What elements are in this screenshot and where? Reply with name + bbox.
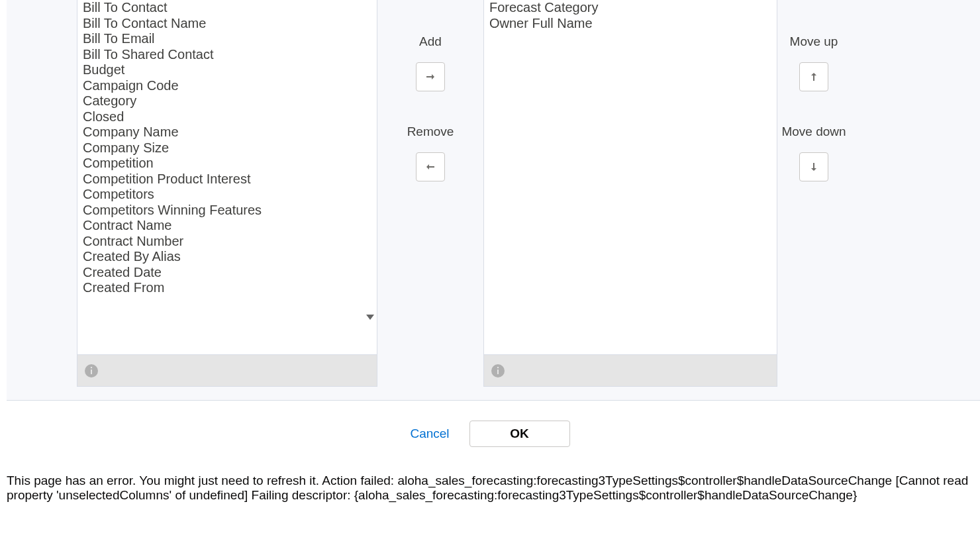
ok-button[interactable]: OK — [469, 421, 570, 447]
list-item[interactable]: Competitors — [83, 187, 371, 203]
cancel-button[interactable]: Cancel — [410, 426, 449, 441]
remove-label: Remove — [407, 125, 454, 139]
list-item[interactable]: Bill To Email — [83, 31, 371, 47]
arrow-down-icon — [809, 162, 818, 172]
list-item[interactable]: Bill To Contact — [83, 0, 371, 16]
arrow-right-icon — [426, 72, 435, 81]
list-item[interactable]: Bill To Contact Name — [83, 16, 371, 32]
selected-fields-panel: Forecast CategoryOwner Full Name — [483, 0, 777, 387]
order-controls: Move up Move down — [777, 0, 850, 387]
svg-rect-1 — [91, 370, 92, 374]
list-item[interactable]: Contract Number — [83, 234, 371, 250]
available-fields-panel: Bill To ContactBill To Contact NameBill … — [77, 0, 377, 387]
available-fields-list[interactable]: Bill To ContactBill To Contact NameBill … — [77, 0, 377, 298]
arrow-up-icon — [809, 72, 818, 81]
dual-list-picker: Bill To ContactBill To Contact NameBill … — [7, 0, 980, 400]
list-item[interactable]: Owner Full Name — [489, 16, 771, 32]
info-icon[interactable] — [491, 364, 505, 378]
svg-rect-4 — [497, 370, 499, 374]
list-item[interactable]: Competition Product Interest — [83, 172, 371, 187]
available-info-footer — [77, 354, 377, 386]
transfer-controls: Add Remove — [377, 0, 483, 387]
svg-point-2 — [91, 366, 92, 368]
list-item[interactable]: Company Size — [83, 140, 371, 156]
list-item[interactable]: Created Date — [83, 265, 371, 281]
list-item[interactable]: Competition — [83, 156, 371, 172]
list-item[interactable]: Campaign Code — [83, 78, 371, 94]
info-icon[interactable] — [84, 364, 99, 378]
list-item[interactable]: Budget — [83, 62, 371, 78]
config-panel: Bill To ContactBill To Contact NameBill … — [7, 0, 980, 401]
arrow-left-icon — [426, 162, 435, 172]
list-item[interactable]: Bill To Shared Contact — [83, 47, 371, 63]
svg-point-5 — [497, 366, 499, 368]
chevron-down-icon[interactable] — [366, 315, 374, 320]
move-up-label: Move up — [790, 34, 838, 49]
dialog-footer: Cancel OK — [0, 401, 980, 454]
move-down-label: Move down — [781, 125, 846, 139]
move-down-button[interactable] — [799, 152, 828, 181]
list-item[interactable]: Competitors Winning Features — [83, 203, 371, 219]
list-item[interactable]: Company Name — [83, 125, 371, 140]
add-label: Add — [419, 34, 442, 49]
remove-button[interactable] — [416, 152, 445, 181]
list-item[interactable]: Created By Alias — [83, 249, 371, 265]
list-item[interactable]: Closed — [83, 109, 371, 125]
selected-list-wrapper: Forecast CategoryOwner Full Name — [484, 0, 777, 354]
selected-info-footer — [484, 354, 777, 386]
list-item[interactable]: Forecast Category — [489, 0, 771, 16]
page-error-message: This page has an error. You might just n… — [0, 454, 980, 509]
list-item[interactable]: Contract Name — [83, 218, 371, 234]
move-up-button[interactable] — [799, 62, 828, 91]
available-list-wrapper: Bill To ContactBill To Contact NameBill … — [77, 0, 377, 354]
selected-fields-list[interactable]: Forecast CategoryOwner Full Name — [484, 0, 777, 298]
list-item[interactable]: Created From — [83, 280, 371, 296]
add-button[interactable] — [416, 62, 445, 91]
list-item[interactable]: Category — [83, 93, 371, 109]
